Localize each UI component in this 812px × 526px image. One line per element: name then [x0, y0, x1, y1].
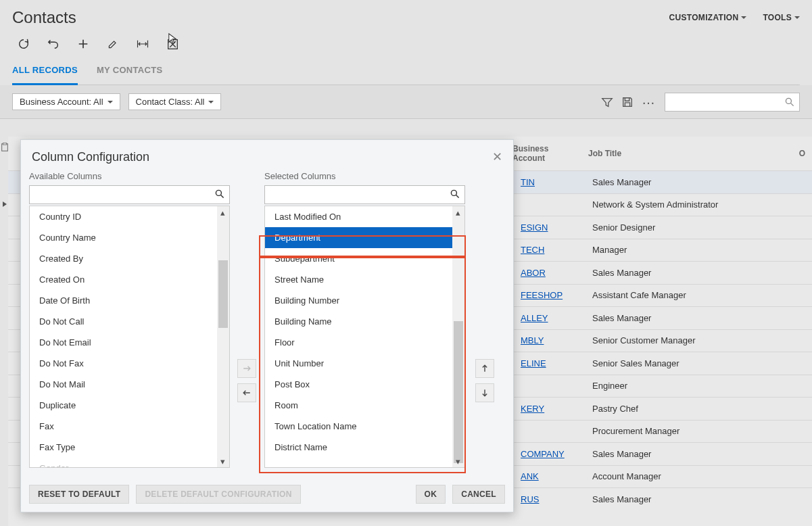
business-account-cell[interactable]: ABOR	[515, 268, 583, 278]
edit-icon[interactable]	[107, 38, 119, 50]
cancel-button[interactable]: CANCEL	[452, 485, 505, 504]
list-item[interactable]: Do Not Mail	[30, 374, 229, 395]
svg-rect-3	[3, 143, 6, 145]
list-item[interactable]: Unit Number	[265, 353, 464, 374]
available-search-input[interactable]	[29, 185, 230, 204]
list-item[interactable]: Department	[265, 227, 464, 248]
business-account-cell[interactable]: ANK	[515, 471, 583, 481]
job-title-cell: Procurement Manager	[587, 426, 810, 436]
business-account-cell[interactable]: FEESHOP	[515, 290, 583, 300]
tab-all-records[interactable]: ALL RECORDS	[12, 65, 78, 85]
job-title-cell: Manager	[587, 245, 810, 255]
list-item[interactable]: Building Name	[265, 311, 464, 332]
business-account-link[interactable]: ANK	[521, 471, 539, 481]
business-account-link[interactable]: RUS	[521, 494, 539, 504]
business-account-cell[interactable]: TIN	[515, 177, 583, 187]
delete-default-config-button[interactable]: DELETE DEFAULT CONFIGURATION	[136, 485, 300, 504]
cursor-icon	[168, 32, 180, 45]
business-account-cell[interactable]: RUS	[515, 494, 583, 504]
job-title-cell: Senior Sales Manager	[587, 358, 810, 368]
col-business-account[interactable]: Business Account	[507, 140, 581, 167]
business-account-cell[interactable]: TECH	[515, 245, 583, 255]
more-icon[interactable]: …	[642, 92, 656, 112]
business-account-link[interactable]: MBLY	[521, 335, 544, 345]
move-down-button[interactable]	[475, 383, 494, 402]
scroll-up-icon[interactable]: ▴	[217, 206, 229, 218]
business-account-link[interactable]: ESIGN	[521, 222, 548, 233]
customization-menu[interactable]: CUSTOMIZATION	[669, 13, 747, 22]
add-icon[interactable]	[77, 38, 89, 50]
job-title-cell: Sales Manager	[587, 449, 810, 459]
grid-search-input[interactable]	[665, 93, 800, 112]
list-item[interactable]: Fax Type	[30, 437, 229, 458]
ok-button[interactable]: OK	[416, 485, 446, 504]
business-account-link[interactable]: ABOR	[521, 268, 546, 278]
list-item[interactable]: Town Location Name	[265, 416, 464, 437]
contact-class-filter[interactable]: Contact Class: All	[128, 93, 222, 110]
list-item[interactable]: Duplicate	[30, 395, 229, 416]
list-item[interactable]: Do Not Fax	[30, 353, 229, 374]
tab-my-contacts[interactable]: MY CONTACTS	[97, 65, 162, 85]
business-account-link[interactable]: FEESHOP	[521, 290, 563, 300]
dialog-close-button[interactable]: ✕	[492, 149, 502, 164]
scrollbar[interactable]: ▴ ▾	[217, 206, 229, 467]
business-account-cell[interactable]: ELINE	[515, 358, 583, 368]
business-account-cell[interactable]: KERY	[515, 404, 583, 414]
fit-width-icon[interactable]	[137, 38, 149, 50]
business-account-cell[interactable]: ALLEY	[515, 313, 583, 323]
list-item[interactable]: Do Not Email	[30, 332, 229, 353]
business-account-link[interactable]: KERY	[521, 404, 544, 414]
list-item[interactable]: Post Box	[265, 374, 464, 395]
refresh-icon[interactable]	[18, 38, 30, 50]
job-title-cell: Sales Manager	[587, 494, 810, 504]
job-title-cell: Assistant Cafe Manager	[587, 290, 810, 300]
business-account-link[interactable]: ALLEY	[521, 313, 548, 323]
list-item[interactable]: Do Not Call	[30, 311, 229, 332]
add-column-button[interactable]	[237, 359, 256, 378]
list-item[interactable]: Floor	[265, 332, 464, 353]
business-account-link[interactable]: COMPANY	[521, 449, 565, 459]
list-item[interactable]: Date Of Birth	[30, 290, 229, 311]
list-item[interactable]: Country ID	[30, 206, 229, 227]
save-icon[interactable]	[621, 96, 634, 108]
scroll-down-icon[interactable]: ▾	[217, 455, 229, 467]
selected-columns-list[interactable]: Last Modified OnDepartmentSubdepartmentS…	[264, 206, 465, 468]
available-columns-list[interactable]: Country IDCountry NameCreated ByCreated …	[29, 206, 230, 468]
business-account-filter-label: Business Account: All	[20, 97, 103, 107]
tools-menu[interactable]: TOOLS	[763, 13, 800, 22]
scroll-down-icon[interactable]: ▾	[452, 455, 464, 467]
business-account-link[interactable]: TECH	[521, 245, 544, 255]
column-configuration-dialog: Column Configuration ✕ Available Columns…	[20, 139, 514, 512]
job-title-cell: Pastry Chef	[587, 404, 810, 414]
remove-column-button[interactable]	[237, 383, 256, 402]
list-item[interactable]: Fax	[30, 416, 229, 437]
business-account-cell[interactable]: ESIGN	[515, 222, 583, 233]
business-account-link[interactable]: TIN	[521, 177, 535, 187]
business-account-link[interactable]: ELINE	[521, 358, 546, 368]
list-item[interactable]: Last Modified On	[265, 206, 464, 227]
undo-icon[interactable]	[47, 38, 59, 50]
business-account-cell[interactable]: COMPANY	[515, 449, 583, 459]
list-item[interactable]: Building Number	[265, 290, 464, 311]
list-item[interactable]: Created By	[30, 248, 229, 269]
business-account-filter[interactable]: Business Account: All	[12, 93, 120, 110]
business-account-cell[interactable]: MBLY	[515, 335, 583, 345]
job-title-cell: Sales Manager	[587, 268, 810, 278]
scrollbar[interactable]: ▴ ▾	[452, 206, 464, 467]
filter-icon[interactable]	[601, 96, 613, 108]
list-item[interactable]: District Name	[265, 437, 464, 458]
list-item[interactable]: Gender	[30, 458, 229, 467]
list-item[interactable]: Room	[265, 395, 464, 416]
scroll-up-icon[interactable]: ▴	[452, 206, 464, 218]
list-item[interactable]: Street Name	[265, 269, 464, 290]
selected-search-input[interactable]	[264, 185, 465, 204]
scroll-thumb[interactable]	[218, 260, 228, 328]
reset-to-default-button[interactable]: RESET TO DEFAULT	[29, 485, 129, 504]
list-item[interactable]: Country Name	[30, 227, 229, 248]
col-job-title[interactable]: Job Title	[583, 145, 786, 162]
chevron-down-icon	[741, 16, 746, 19]
list-item[interactable]: Created On	[30, 269, 229, 290]
list-item[interactable]: Subdepartment	[265, 248, 464, 269]
move-up-button[interactable]	[475, 359, 494, 378]
scroll-thumb[interactable]	[454, 321, 463, 463]
